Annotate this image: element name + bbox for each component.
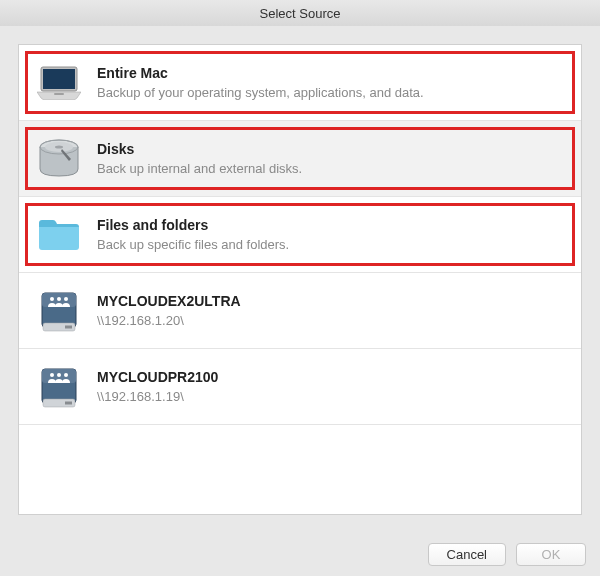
- svg-point-9: [50, 297, 54, 301]
- svg-point-11: [64, 297, 68, 301]
- cancel-button[interactable]: Cancel: [428, 543, 506, 566]
- source-disks[interactable]: Disks Back up internal and external disk…: [19, 121, 581, 197]
- mac-icon: [37, 61, 81, 105]
- source-title: MYCLOUDPR2100: [97, 369, 218, 385]
- source-network-share[interactable]: MYCLOUDEX2ULTRA \\192.168.1.20\: [19, 273, 581, 349]
- source-title: Entire Mac: [97, 65, 424, 81]
- source-entire-mac[interactable]: Entire Mac Backup of your operating syst…: [19, 45, 581, 121]
- source-title: MYCLOUDEX2ULTRA: [97, 293, 241, 309]
- svg-point-10: [57, 297, 61, 301]
- folder-icon: [37, 213, 81, 257]
- svg-point-17: [57, 373, 61, 377]
- window-title: Select Source: [260, 6, 341, 21]
- text-cell: MYCLOUDPR2100 \\192.168.1.19\: [97, 369, 218, 404]
- source-subtitle: Backup of your operating system, applica…: [97, 85, 424, 100]
- network-drive-icon: [37, 289, 81, 333]
- source-subtitle: Back up specific files and folders.: [97, 237, 289, 252]
- text-cell: Files and folders Back up specific files…: [97, 217, 289, 252]
- disk-icon: [37, 137, 81, 181]
- source-list: Entire Mac Backup of your operating syst…: [18, 44, 582, 515]
- svg-point-6: [55, 145, 63, 148]
- svg-rect-2: [54, 93, 64, 95]
- text-cell: MYCLOUDEX2ULTRA \\192.168.1.20\: [97, 293, 241, 328]
- source-files-folders[interactable]: Files and folders Back up specific files…: [19, 197, 581, 273]
- text-cell: Entire Mac Backup of your operating syst…: [97, 65, 424, 100]
- source-title: Disks: [97, 141, 302, 157]
- svg-rect-13: [65, 325, 72, 328]
- source-network-share[interactable]: MYCLOUDPR2100 \\192.168.1.19\: [19, 349, 581, 425]
- svg-rect-20: [65, 401, 72, 404]
- content-area: Entire Mac Backup of your operating syst…: [0, 26, 600, 533]
- svg-point-16: [50, 373, 54, 377]
- source-subtitle: \\192.168.1.20\: [97, 313, 241, 328]
- text-cell: Disks Back up internal and external disk…: [97, 141, 302, 176]
- ok-button[interactable]: OK: [516, 543, 586, 566]
- source-subtitle: Back up internal and external disks.: [97, 161, 302, 176]
- svg-rect-1: [43, 69, 75, 89]
- network-drive-icon: [37, 365, 81, 409]
- window: Select Source Entire Mac Backup of your …: [0, 0, 600, 576]
- source-subtitle: \\192.168.1.19\: [97, 389, 218, 404]
- source-title: Files and folders: [97, 217, 289, 233]
- titlebar: Select Source: [0, 0, 600, 26]
- svg-point-18: [64, 373, 68, 377]
- footer: Cancel OK: [0, 533, 600, 576]
